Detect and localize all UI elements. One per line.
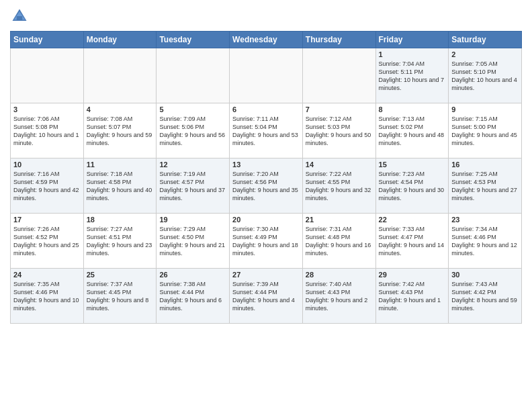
day-cell: 2Sunrise: 7:05 AM Sunset: 5:10 PM Daylig… [449, 48, 522, 103]
day-cell: 26Sunrise: 7:38 AM Sunset: 4:44 PM Dayli… [157, 269, 230, 324]
day-cell: 25Sunrise: 7:37 AM Sunset: 4:45 PM Dayli… [83, 269, 157, 324]
day-info: Sunrise: 7:08 AM Sunset: 5:07 PM Dayligh… [87, 115, 154, 148]
day-number: 16 [451, 161, 519, 169]
svg-rect-2 [17, 16, 22, 21]
day-number: 27 [232, 271, 300, 279]
day-number: 8 [379, 105, 446, 113]
day-info: Sunrise: 7:15 AM Sunset: 5:00 PM Dayligh… [451, 115, 519, 148]
day-info: Sunrise: 7:11 AM Sunset: 5:04 PM Dayligh… [232, 115, 300, 148]
day-number: 5 [159, 105, 226, 113]
day-info: Sunrise: 7:04 AM Sunset: 5:11 PM Dayligh… [379, 60, 446, 93]
day-cell: 24Sunrise: 7:35 AM Sunset: 4:46 PM Dayli… [11, 269, 84, 324]
day-number: 20 [232, 216, 300, 224]
day-cell: 11Sunrise: 7:18 AM Sunset: 4:58 PM Dayli… [83, 158, 157, 214]
day-cell: 4Sunrise: 7:08 AM Sunset: 5:07 PM Daylig… [83, 103, 157, 158]
day-cell: 29Sunrise: 7:42 AM Sunset: 4:43 PM Dayli… [375, 269, 449, 324]
day-cell: 27Sunrise: 7:39 AM Sunset: 4:44 PM Dayli… [230, 269, 303, 324]
day-info: Sunrise: 7:31 AM Sunset: 4:48 PM Dayligh… [306, 225, 373, 258]
day-cell: 16Sunrise: 7:25 AM Sunset: 4:53 PM Dayli… [449, 158, 522, 214]
day-number: 9 [451, 105, 519, 113]
weekday-header-thursday: Thursday [302, 32, 375, 48]
day-cell: 7Sunrise: 7:12 AM Sunset: 5:03 PM Daylig… [302, 103, 375, 158]
day-cell: 10Sunrise: 7:16 AM Sunset: 4:59 PM Dayli… [11, 158, 84, 214]
day-info: Sunrise: 7:33 AM Sunset: 4:47 PM Dayligh… [379, 225, 446, 258]
day-info: Sunrise: 7:22 AM Sunset: 4:55 PM Dayligh… [306, 170, 373, 203]
day-cell: 22Sunrise: 7:33 AM Sunset: 4:47 PM Dayli… [375, 214, 449, 269]
week-row-5: 24Sunrise: 7:35 AM Sunset: 4:46 PM Dayli… [11, 269, 522, 324]
week-row-1: 1Sunrise: 7:04 AM Sunset: 5:11 PM Daylig… [11, 48, 522, 103]
day-number: 19 [159, 216, 226, 224]
day-cell [230, 48, 303, 103]
day-number: 21 [306, 216, 373, 224]
day-number: 30 [451, 271, 519, 279]
day-info: Sunrise: 7:40 AM Sunset: 4:43 PM Dayligh… [306, 280, 373, 313]
day-info: Sunrise: 7:25 AM Sunset: 4:53 PM Dayligh… [451, 170, 519, 203]
day-info: Sunrise: 7:05 AM Sunset: 5:10 PM Dayligh… [451, 60, 519, 93]
day-info: Sunrise: 7:23 AM Sunset: 4:54 PM Dayligh… [379, 170, 446, 203]
day-number: 4 [87, 105, 154, 113]
day-cell: 15Sunrise: 7:23 AM Sunset: 4:54 PM Dayli… [375, 158, 449, 214]
day-number: 6 [232, 105, 300, 113]
day-info: Sunrise: 7:29 AM Sunset: 4:50 PM Dayligh… [159, 225, 226, 258]
day-number: 2 [451, 50, 519, 58]
week-row-4: 17Sunrise: 7:26 AM Sunset: 4:52 PM Dayli… [11, 214, 522, 269]
weekday-header-wednesday: Wednesday [230, 32, 303, 48]
day-info: Sunrise: 7:19 AM Sunset: 4:57 PM Dayligh… [159, 170, 226, 203]
day-number: 7 [306, 105, 373, 113]
day-number: 29 [379, 271, 446, 279]
day-cell: 21Sunrise: 7:31 AM Sunset: 4:48 PM Dayli… [302, 214, 375, 269]
day-info: Sunrise: 7:12 AM Sunset: 5:03 PM Dayligh… [306, 115, 373, 148]
day-cell: 30Sunrise: 7:43 AM Sunset: 4:42 PM Dayli… [449, 269, 522, 324]
day-number: 10 [13, 161, 81, 169]
day-info: Sunrise: 7:20 AM Sunset: 4:56 PM Dayligh… [232, 170, 300, 203]
day-number: 13 [232, 161, 300, 169]
day-info: Sunrise: 7:38 AM Sunset: 4:44 PM Dayligh… [159, 280, 226, 313]
day-number: 25 [87, 271, 154, 279]
weekday-header-sunday: Sunday [11, 32, 84, 48]
day-cell: 5Sunrise: 7:09 AM Sunset: 5:06 PM Daylig… [157, 103, 230, 158]
day-info: Sunrise: 7:43 AM Sunset: 4:42 PM Dayligh… [451, 280, 519, 313]
day-number: 17 [13, 216, 81, 224]
day-info: Sunrise: 7:18 AM Sunset: 4:58 PM Dayligh… [87, 170, 154, 203]
weekday-header-tuesday: Tuesday [157, 32, 230, 48]
day-number: 24 [13, 271, 81, 279]
day-cell: 19Sunrise: 7:29 AM Sunset: 4:50 PM Dayli… [157, 214, 230, 269]
day-cell [157, 48, 230, 103]
day-info: Sunrise: 7:30 AM Sunset: 4:49 PM Dayligh… [232, 225, 300, 258]
day-cell: 12Sunrise: 7:19 AM Sunset: 4:57 PM Dayli… [157, 158, 230, 214]
day-number: 11 [87, 161, 154, 169]
day-cell: 14Sunrise: 7:22 AM Sunset: 4:55 PM Dayli… [302, 158, 375, 214]
weekday-header-saturday: Saturday [449, 32, 522, 48]
day-cell [11, 48, 84, 103]
day-number: 28 [306, 271, 373, 279]
day-info: Sunrise: 7:27 AM Sunset: 4:51 PM Dayligh… [87, 225, 154, 258]
day-cell [302, 48, 375, 103]
day-info: Sunrise: 7:06 AM Sunset: 5:08 PM Dayligh… [13, 115, 81, 148]
logo [10, 7, 32, 26]
day-info: Sunrise: 7:16 AM Sunset: 4:59 PM Dayligh… [13, 170, 81, 203]
main-container: SundayMondayTuesdayWednesdayThursdayFrid… [0, 0, 532, 330]
day-cell: 8Sunrise: 7:13 AM Sunset: 5:02 PM Daylig… [375, 103, 449, 158]
day-info: Sunrise: 7:37 AM Sunset: 4:45 PM Dayligh… [87, 280, 154, 313]
day-info: Sunrise: 7:39 AM Sunset: 4:44 PM Dayligh… [232, 280, 300, 313]
day-info: Sunrise: 7:09 AM Sunset: 5:06 PM Dayligh… [159, 115, 226, 148]
day-number: 1 [379, 50, 446, 58]
day-cell: 3Sunrise: 7:06 AM Sunset: 5:08 PM Daylig… [11, 103, 84, 158]
day-cell: 18Sunrise: 7:27 AM Sunset: 4:51 PM Dayli… [83, 214, 157, 269]
header [10, 7, 522, 26]
day-cell [83, 48, 157, 103]
day-number: 15 [379, 161, 446, 169]
logo-icon [10, 7, 29, 26]
day-cell: 1Sunrise: 7:04 AM Sunset: 5:11 PM Daylig… [375, 48, 449, 103]
day-info: Sunrise: 7:26 AM Sunset: 4:52 PM Dayligh… [13, 225, 81, 258]
day-info: Sunrise: 7:34 AM Sunset: 4:46 PM Dayligh… [451, 225, 519, 258]
weekday-header-friday: Friday [375, 32, 449, 48]
day-number: 3 [13, 105, 81, 113]
day-number: 14 [306, 161, 373, 169]
day-number: 18 [87, 216, 154, 224]
day-cell: 9Sunrise: 7:15 AM Sunset: 5:00 PM Daylig… [449, 103, 522, 158]
calendar-table: SundayMondayTuesdayWednesdayThursdayFrid… [10, 31, 522, 324]
day-cell: 28Sunrise: 7:40 AM Sunset: 4:43 PM Dayli… [302, 269, 375, 324]
day-cell: 6Sunrise: 7:11 AM Sunset: 5:04 PM Daylig… [230, 103, 303, 158]
weekday-header-row: SundayMondayTuesdayWednesdayThursdayFrid… [11, 32, 522, 48]
